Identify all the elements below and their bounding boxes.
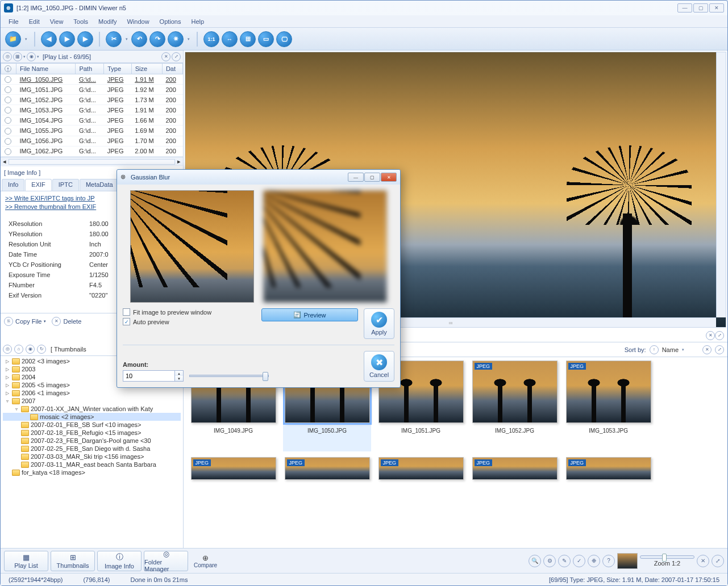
- target-icon[interactable]: ◎: [3, 52, 12, 61]
- prev-image-button[interactable]: ◀: [41, 31, 57, 47]
- tool-icon-3[interactable]: ✓: [573, 555, 585, 567]
- menu-edit[interactable]: Edit: [24, 16, 44, 27]
- file-list-hscroll[interactable]: ◂▸: [1, 157, 183, 166]
- image-vscroll[interactable]: [716, 52, 726, 317]
- cancel-button[interactable]: ✖ Cancel: [364, 351, 394, 382]
- menu-options[interactable]: Options: [155, 16, 186, 27]
- tree-node[interactable]: mosaic <2 images>: [3, 413, 181, 421]
- menu-modify[interactable]: Modify: [94, 16, 121, 27]
- next-image-button[interactable]: ▶: [77, 31, 93, 47]
- file-row[interactable]: IMG_1051.JPGG:\d...JPEG1.92 M200: [1, 85, 183, 95]
- tree-node[interactable]: ▷2006 <1 images>: [3, 389, 181, 397]
- dialog-maximize-button[interactable]: ▢: [364, 173, 380, 182]
- tree-node[interactable]: 2007-02-01_FEB_SB Surf <10 images>: [3, 421, 181, 429]
- menu-tools[interactable]: Tools: [69, 16, 93, 27]
- path-expand-icon[interactable]: ⤢: [715, 331, 724, 340]
- thumbs-close-icon[interactable]: ✕: [702, 345, 712, 354]
- adjust-button[interactable]: ✷: [168, 31, 184, 47]
- panel-imageinfo-button[interactable]: ⓘImage Info: [97, 551, 142, 571]
- thumbnail-item[interactable]: JPEG: [471, 457, 559, 485]
- col-size[interactable]: Size: [131, 64, 162, 74]
- file-row[interactable]: IMG_1050.JPGG:\d...JPEG1.91 M200: [1, 74, 183, 85]
- apply-button[interactable]: ✔ Apply: [364, 308, 394, 339]
- file-row[interactable]: IMG_1055.JPGG:\d...JPEG1.69 M200: [1, 125, 183, 136]
- open-folder-dropdown[interactable]: ▾: [23, 31, 28, 47]
- path-close-icon[interactable]: ✕: [706, 331, 715, 340]
- bottom-expand-icon[interactable]: ⤢: [712, 555, 724, 567]
- open-folder-button[interactable]: 📁: [5, 31, 21, 47]
- tool-icon-4[interactable]: ❉: [588, 555, 600, 567]
- rotate-left-button[interactable]: ↶: [131, 31, 147, 47]
- thumbnail-item[interactable]: JPEG: [564, 457, 652, 485]
- thumbnail-item[interactable]: JPEGIMG_1053.JPG: [564, 361, 652, 451]
- refresh-icon[interactable]: ↻: [37, 345, 46, 354]
- monitor-button[interactable]: 🖵: [276, 31, 292, 47]
- delete-button[interactable]: ✕ Delete: [52, 317, 81, 326]
- tree-node[interactable]: 2007-02-23_FEB_Dargan's-Pool game <30: [3, 437, 181, 445]
- eye-icon[interactable]: ◉: [27, 52, 36, 61]
- dialog-title-bar[interactable]: ⊗ Gaussian Blur — ▢ ✕: [117, 170, 400, 185]
- fit-width-button[interactable]: ↔: [222, 31, 238, 47]
- up-arrow-icon[interactable]: ↑: [5, 65, 11, 72]
- copy-file-button[interactable]: ⎘ Copy File ▾: [4, 317, 46, 326]
- dialog-minimize-button[interactable]: —: [348, 173, 364, 182]
- fullscreen-button[interactable]: ▭: [258, 31, 274, 47]
- amount-slider[interactable]: [189, 375, 269, 377]
- zoom-1to1-button[interactable]: 1:1: [203, 31, 219, 47]
- panel-foldermanager-button[interactable]: ◎Folder Manager: [144, 551, 188, 571]
- file-row[interactable]: IMG_1056.JPGG:\d...JPEG1.70 M200: [1, 136, 183, 146]
- fit-checkbox-row[interactable]: Fit image to preview window: [123, 308, 256, 316]
- thumbnail-item[interactable]: JPEGIMG_1052.JPG: [471, 361, 559, 451]
- tree-node[interactable]: 2007-02-25_FEB_San Diego with d. Sasha: [3, 445, 181, 453]
- grid-icon[interactable]: ▦: [13, 52, 22, 61]
- tree-node[interactable]: 2007-02-18_FEB_Refugio <15 images>: [3, 429, 181, 437]
- zoom-in-icon[interactable]: 🔍: [529, 555, 541, 567]
- file-row[interactable]: IMG_1062.JPGG:\d...JPEG2.00 M200: [1, 146, 183, 156]
- thumbs-expand-icon[interactable]: ⤢: [715, 345, 724, 354]
- file-row[interactable]: IMG_1054.JPGG:\d...JPEG1.66 M200: [1, 115, 183, 125]
- zoom-slider[interactable]: [640, 555, 694, 559]
- tree-node[interactable]: 2007-03-03_MAR_Ski trip <156 images>: [3, 453, 181, 461]
- menu-file[interactable]: File: [4, 16, 23, 27]
- rotate-right-button[interactable]: ↷: [149, 31, 165, 47]
- tab-info[interactable]: Info: [2, 179, 24, 191]
- panel-compare-button[interactable]: ⊕Compare: [190, 554, 221, 568]
- cut-dropdown[interactable]: ▾: [124, 31, 129, 47]
- dialog-close-button[interactable]: ✕: [381, 173, 397, 182]
- tool-icon-1[interactable]: ⚙: [543, 555, 556, 567]
- fit-checkbox[interactable]: [123, 308, 130, 316]
- fit-window-button[interactable]: ⊞: [240, 31, 256, 47]
- thumbnail-item[interactable]: JPEG: [189, 457, 277, 485]
- col-filename[interactable]: File Name: [16, 64, 76, 74]
- eye-icon-2[interactable]: ◉: [26, 345, 35, 354]
- tab-metadata[interactable]: MetaData: [80, 179, 119, 191]
- close-playlist-icon[interactable]: ✕: [161, 52, 170, 61]
- tree-node[interactable]: for_katya <18 images>: [3, 468, 181, 476]
- tool-icon-2[interactable]: ✎: [558, 555, 571, 567]
- tree-node[interactable]: ▿2007: [3, 397, 181, 405]
- bottom-close-icon[interactable]: ✕: [697, 555, 709, 567]
- close-button[interactable]: ✕: [709, 3, 724, 12]
- sort-asc-icon[interactable]: ↑: [650, 345, 659, 354]
- menu-help[interactable]: Help: [187, 16, 209, 27]
- minimize-button[interactable]: —: [677, 3, 692, 12]
- panel-playlist-button[interactable]: ▦Play List: [4, 551, 48, 571]
- expand-playlist-icon[interactable]: ⤢: [172, 52, 181, 61]
- panel-thumbnails-button[interactable]: ⊞Thumbnails: [51, 551, 95, 571]
- maximize-button[interactable]: ▢: [693, 3, 708, 12]
- preview-button[interactable]: 🔄 Preview: [261, 308, 358, 321]
- target-icon-2[interactable]: ◎: [3, 345, 12, 354]
- col-date[interactable]: Dat: [162, 64, 182, 74]
- auto-checkbox-row[interactable]: ✓ Auto preview: [123, 318, 256, 325]
- adjust-dropdown[interactable]: ▾: [186, 31, 191, 47]
- file-row[interactable]: IMG_1053.JPGG:\d...JPEG1.91 M200: [1, 105, 183, 115]
- amount-spinner[interactable]: ▲▼: [123, 370, 184, 382]
- thumbnail-item[interactable]: JPEG: [283, 457, 371, 485]
- tool-icon-5[interactable]: ?: [602, 555, 615, 567]
- amount-input[interactable]: [123, 370, 175, 382]
- sort-value[interactable]: Name: [662, 346, 679, 353]
- auto-checkbox[interactable]: ✓: [123, 318, 130, 325]
- file-list[interactable]: ↑ File Name Path Type Size Dat IMG_1050.…: [1, 63, 183, 166]
- play-button[interactable]: ▶: [59, 31, 75, 47]
- cut-button[interactable]: ✂: [106, 31, 122, 47]
